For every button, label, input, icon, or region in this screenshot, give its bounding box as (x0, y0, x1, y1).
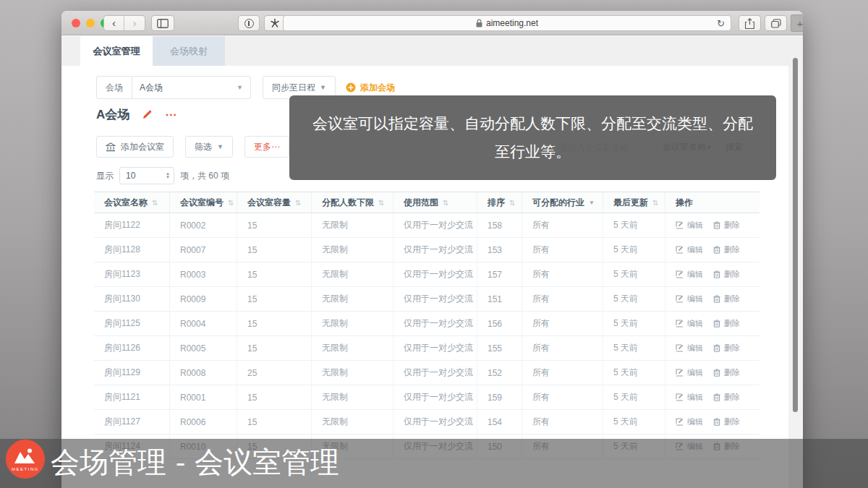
edit-button[interactable]: 编辑 (676, 343, 703, 354)
edit-button[interactable]: 编辑 (676, 318, 703, 329)
delete-button[interactable]: 删除 (713, 343, 740, 354)
tab-venue-mapping[interactable]: 会场映射 (153, 36, 225, 66)
cell-industry: 所有 (522, 361, 603, 385)
add-room-button[interactable]: 添加会议室 (96, 136, 174, 158)
column-header[interactable]: 最后更新⇅ (603, 192, 665, 213)
edit-icon (676, 418, 684, 426)
edit-icon (676, 344, 684, 352)
cell-updated: 5 天前 (603, 238, 665, 262)
page-size-select[interactable]: 10 ▲▼ (119, 167, 174, 184)
cell-room-code: R0009 (170, 287, 237, 311)
edit-button[interactable]: 编辑 (676, 416, 703, 427)
cell-scope: 仅用于一对少交流 (393, 336, 477, 360)
table-header-row: 会议室名称⇅会议室编号⇅会议室容量⇅分配人数下限⇅使用范围⇅排序⇅可分配的行业▼… (94, 192, 760, 213)
sort-icon: ⇅ (652, 199, 658, 207)
trash-icon (713, 320, 720, 328)
delete-button[interactable]: 删除 (713, 392, 740, 403)
column-header[interactable]: 会议室编号⇅ (170, 192, 237, 213)
more-label: 更多⋯ (254, 141, 280, 153)
add-venue-button[interactable]: 添加会场 (346, 82, 395, 94)
cell-room-code: R0005 (170, 336, 237, 360)
filter-button[interactable]: 筛选 ▼ (185, 136, 233, 158)
cell-scope: 仅用于一对少交流 (393, 287, 477, 311)
close-window-button[interactable] (72, 19, 80, 27)
delete-button[interactable]: 删除 (713, 244, 740, 255)
edit-button[interactable]: 编辑 (676, 220, 703, 231)
minimize-window-button[interactable] (86, 19, 95, 27)
delete-button[interactable]: 删除 (713, 416, 740, 427)
tab-meeting-room-management[interactable]: 会议室管理 (80, 36, 153, 66)
column-header[interactable]: 分配人数下限⇅ (312, 192, 393, 213)
extension-button-1[interactable] (238, 15, 260, 31)
page-content: 会场 A会场 ▼ 同步至日程 ▼ 添加会场 A会场 ⋯ (61, 66, 803, 488)
browser-titlebar: ‹ › aimeeting.net ↻ + (61, 11, 803, 35)
plus-icon: + (797, 17, 803, 30)
column-header[interactable]: 使用范围⇅ (393, 192, 477, 213)
venue-more-menu[interactable]: ⋯ (165, 108, 177, 121)
cell-actions: 编辑 删除 (665, 410, 760, 434)
cell-room-name: 房间1130 (94, 287, 170, 311)
cell-min-assign: 无限制 (312, 262, 393, 286)
trash-icon (713, 221, 720, 229)
cell-room-code: R0004 (170, 312, 237, 335)
table-row: 房间1130 R0009 15 无限制 仅用于一对少交流 151 所有 5 天前… (94, 287, 760, 312)
hint-tooltip: 会议室可以指定容量、自动分配人数下限、分配至交流类型、分配至行业等。 (289, 95, 776, 180)
reload-icon[interactable]: ↻ (717, 18, 725, 29)
delete-button[interactable]: 删除 (713, 294, 740, 304)
cell-capacity: 25 (237, 361, 312, 385)
edit-icon (676, 221, 684, 229)
cell-scope: 仅用于一对少交流 (393, 262, 477, 286)
filter-label: 筛选 (195, 141, 212, 153)
delete-button[interactable]: 删除 (713, 318, 740, 329)
column-label: 分配人数下限 (322, 197, 374, 209)
back-button[interactable]: ‹ (104, 16, 124, 30)
column-header[interactable]: 可分配的行业▼ (522, 192, 603, 213)
sort-icon: ⇅ (378, 199, 384, 207)
cell-order: 153 (477, 238, 522, 262)
trash-icon (713, 393, 720, 401)
sort-icon: ⇅ (295, 199, 301, 207)
cell-industry: 所有 (522, 385, 603, 409)
table-row: 房间1126 R0005 15 无限制 仅用于一对少交流 155 所有 5 天前… (94, 336, 760, 361)
sidebar-toggle-button[interactable] (151, 15, 174, 31)
edit-button[interactable]: 编辑 (676, 367, 703, 378)
delete-button[interactable]: 删除 (713, 269, 740, 280)
edit-button[interactable]: 编辑 (676, 269, 703, 280)
column-header[interactable]: 会议室名称⇅ (94, 192, 170, 213)
cell-capacity: 15 (237, 385, 312, 409)
delete-button[interactable]: 删除 (713, 367, 740, 378)
cell-actions: 编辑 删除 (665, 312, 760, 335)
tab-overview-button[interactable] (765, 15, 787, 31)
cell-scope: 仅用于一对少交流 (393, 312, 477, 335)
edit-pencil-icon[interactable] (141, 108, 153, 121)
edit-icon (676, 320, 684, 328)
cell-capacity: 15 (237, 238, 312, 262)
lock-icon (476, 19, 482, 27)
cell-industry: 所有 (522, 213, 603, 237)
sort-icon: ⇅ (152, 199, 158, 207)
cell-updated: 5 天前 (603, 312, 665, 335)
column-header[interactable]: 排序⇅ (477, 192, 522, 213)
venue-select[interactable]: A会场 ▼ (132, 76, 251, 99)
cell-capacity: 15 (237, 213, 312, 237)
column-header: 操作 (665, 192, 760, 213)
vertical-scrollbar[interactable] (793, 58, 798, 412)
address-bar[interactable]: aimeeting.net ↻ (283, 15, 731, 31)
column-header[interactable]: 会议室容量⇅ (237, 192, 312, 213)
share-button[interactable] (739, 15, 761, 31)
new-tab-button[interactable]: + (791, 14, 803, 32)
cell-scope: 仅用于一对少交流 (393, 213, 477, 237)
edit-button[interactable]: 编辑 (676, 392, 703, 403)
cell-room-name: 房间1126 (94, 336, 170, 360)
delete-button[interactable]: 删除 (713, 220, 740, 231)
cell-room-code: R0003 (170, 262, 237, 286)
edit-button[interactable]: 编辑 (676, 244, 703, 255)
cell-updated: 5 天前 (603, 213, 665, 237)
edit-button[interactable]: 编辑 (676, 294, 703, 304)
cell-room-code: R0006 (170, 410, 237, 434)
forward-button[interactable]: › (124, 16, 145, 30)
cell-actions: 编辑 删除 (665, 385, 760, 409)
chevron-down-icon: ▼ (237, 84, 243, 91)
add-room-label: 添加会议室 (121, 141, 164, 153)
more-button[interactable]: 更多⋯ (244, 136, 289, 158)
